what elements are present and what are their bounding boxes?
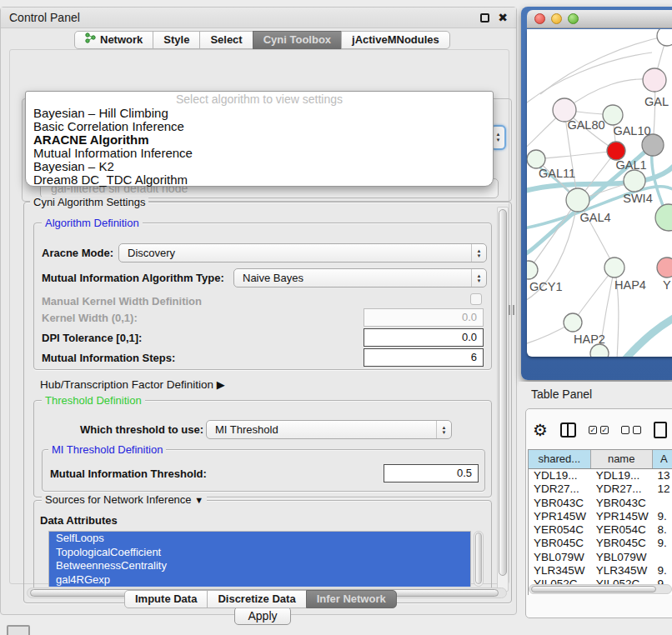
combo-stepper-icon: ▲▼ [471, 269, 486, 287]
control-panel: Control Panel ✖ Network Style Select Cyn… [0, 7, 517, 615]
sources-toggle[interactable]: Sources for Network Inference ▼ [42, 494, 207, 506]
tab-select[interactable]: Select [199, 31, 253, 49]
gear-icon[interactable]: ⚙ [533, 421, 548, 439]
algorithm-dropdown-prompt: Select algorithm to view settings [26, 93, 493, 107]
cyni-toolbox-panel: ▲▼ gal-filtered sif default node Select … [9, 49, 509, 584]
minimized-panel-icon[interactable] [7, 625, 30, 635]
node-label-gal4: GAL4 [579, 211, 610, 224]
mi-steps-field[interactable]: 6 [364, 348, 484, 367]
network-node-gal-cut[interactable] [643, 68, 666, 92]
mi-steps-label: Mutual Information Steps: [42, 352, 175, 364]
network-node-hap2[interactable] [564, 313, 582, 332]
node-label-gal80: GAL80 [567, 118, 604, 132]
splitter-handle[interactable] [509, 305, 514, 315]
tab-cyni-toolbox[interactable]: Cyni Toolbox [253, 31, 342, 49]
algorithm-option-basic-correlation[interactable]: Basic Correlation Inference [26, 120, 493, 133]
table-header-row: shared... name A [529, 450, 672, 469]
new-table-icon[interactable] [654, 422, 667, 438]
network-node-partial-top[interactable] [657, 29, 672, 46]
column-header-shared-name[interactable]: shared... [529, 450, 591, 468]
tab-impute-data[interactable]: Impute Data [124, 590, 208, 608]
algorithm-dropdown-list: Select algorithm to view settings Bayesi… [25, 91, 494, 187]
column-header-name[interactable]: name [591, 450, 653, 468]
network-node-gal10[interactable] [603, 105, 623, 125]
columns-icon[interactable] [560, 422, 576, 438]
tab-network[interactable]: Network [74, 31, 153, 49]
zoom-traffic-light-icon[interactable] [568, 13, 579, 24]
attribute-list-scrollbar[interactable] [474, 531, 484, 587]
kernel-width-field[interactable]: 0.0 [364, 308, 484, 327]
mi-algorithm-type-combobox[interactable]: Naive Bayes ▲▼ [233, 268, 487, 288]
tab-style[interactable]: Style [153, 31, 200, 49]
data-attributes-list[interactable]: SelfLoops TopologicalCoefficient Between… [48, 531, 471, 587]
network-window-titlebar[interactable] [527, 10, 672, 28]
node-label-gal11: GAL11 [539, 167, 575, 180]
float-window-icon[interactable] [480, 13, 489, 22]
settings-vertical-scrollbar[interactable] [497, 207, 509, 592]
attribute-topologicalcoefficient[interactable]: TopologicalCoefficient [49, 546, 470, 560]
network-node-hap4[interactable] [604, 258, 624, 278]
kernel-width-label: Kernel Width (0,1): [42, 312, 138, 324]
network-node-partial-bottom[interactable] [590, 344, 609, 357]
aracne-mode-combobox[interactable]: Discovery ▲▼ [118, 243, 487, 262]
attribute-gal4rgexp[interactable]: gal4RGexp [49, 573, 470, 588]
table-row[interactable]: YDR27...YDR27...12 [529, 482, 672, 496]
combo-stepper-icon: ▲▼ [471, 244, 486, 262]
which-threshold-combobox[interactable]: MI Threshold ▲▼ [206, 420, 452, 439]
apply-button[interactable]: Apply [234, 607, 291, 625]
table-row[interactable]: YBR043CYBR043C [529, 497, 672, 510]
network-node-gal1-selected[interactable] [607, 142, 625, 160]
algorithm-option-aracne[interactable]: ARACNE Algorithm [26, 133, 493, 147]
node-label-gcy1: GCY1 [529, 280, 563, 293]
mi-algorithm-type-label: Mutual Information Algorithm Type: [42, 272, 224, 284]
minimize-traffic-light-icon[interactable] [551, 13, 562, 24]
algorithm-option-bayesian-k2[interactable]: Bayesian – K2 [26, 160, 493, 173]
table-horizontal-scrollbar[interactable] [529, 584, 672, 594]
tab-discretize-data[interactable]: Discretize Data [207, 590, 306, 608]
network-node-salmon[interactable] [657, 258, 672, 278]
control-panel-title: Control Panel [9, 11, 472, 24]
network-node-swi4[interactable] [624, 170, 645, 192]
hub-definition-toggle[interactable]: Hub/Transcription Factor Definition ▶ [40, 378, 225, 391]
tab-jactivemnodules[interactable]: jActiveMNodules [341, 31, 450, 49]
network-node-partial-right[interactable] [655, 204, 672, 231]
attribute-selfloops[interactable]: SelfLoops [49, 532, 470, 546]
network-node-gcy1[interactable] [527, 261, 538, 279]
close-traffic-light-icon[interactable] [534, 13, 545, 24]
table-row[interactable]: YLR345WYLR345W9. [529, 564, 672, 578]
dpi-tolerance-field[interactable]: 0.0 [364, 328, 484, 347]
collapse-down-arrow-icon: ▼ [194, 495, 203, 505]
close-icon[interactable]: ✖ [498, 11, 508, 24]
table-panel-title: Table Panel [531, 388, 592, 401]
threshold-definition-label: Threshold Definition [42, 395, 145, 406]
scrollbar-thumb[interactable] [475, 532, 482, 584]
scrollbar-thumb[interactable] [499, 209, 507, 576]
top-tab-bar: Network Style Select Cyni Toolbox jActiv… [74, 31, 450, 49]
scrollbar-thumb[interactable] [531, 586, 656, 592]
algorithm-option-dream8[interactable]: Dream8 DC_TDC Algorithm [26, 173, 493, 187]
mi-threshold-field[interactable]: 0.5 [384, 464, 479, 482]
algorithm-option-mutual-information[interactable]: Mutual Information Inference [26, 147, 493, 160]
tab-infer-network[interactable]: Infer Network [306, 590, 397, 608]
attribute-betweennesscentrality[interactable]: BetweennessCentrality [49, 559, 470, 573]
hide-columns-icon[interactable] [621, 426, 641, 434]
network-node-gal11[interactable] [527, 150, 545, 168]
table-row[interactable]: YDL19...YDL19...13 [529, 469, 672, 482]
node-label-y-cut: Y [663, 278, 671, 292]
network-node-gal4[interactable] [566, 188, 589, 212]
mi-threshold-definition-label: MI Threshold Definition [48, 444, 166, 455]
table-row[interactable]: YPR145WYPR145W9. [529, 510, 672, 523]
algorithm-option-bayesian-hill-climbing[interactable]: Bayesian – Hill Climbing [26, 107, 493, 120]
column-header-cut[interactable]: A [653, 450, 672, 468]
aracne-mode-label: Aracne Mode: [42, 247, 113, 259]
node-label-hap4: HAP4 [614, 278, 646, 292]
which-threshold-value: MI Threshold [215, 423, 278, 436]
table-row[interactable]: YBL079WYBL079W [529, 551, 672, 564]
cyni-algorithm-settings-label: Cyni Algorithm Settings [30, 197, 148, 208]
show-checked-columns-icon[interactable]: ✓✓ [589, 426, 609, 434]
manual-kernel-width-checkbox[interactable] [470, 293, 482, 305]
network-canvas[interactable]: GAL80 GAL10 GAL1 GAL11 GAL4 SWI4 HAP4 HA… [527, 29, 672, 357]
table-row[interactable]: YBR045CYBR045C9. [529, 537, 672, 550]
node-label-gal1: GAL1 [615, 158, 646, 172]
table-row[interactable]: YER054CYER054C8. [529, 523, 672, 537]
